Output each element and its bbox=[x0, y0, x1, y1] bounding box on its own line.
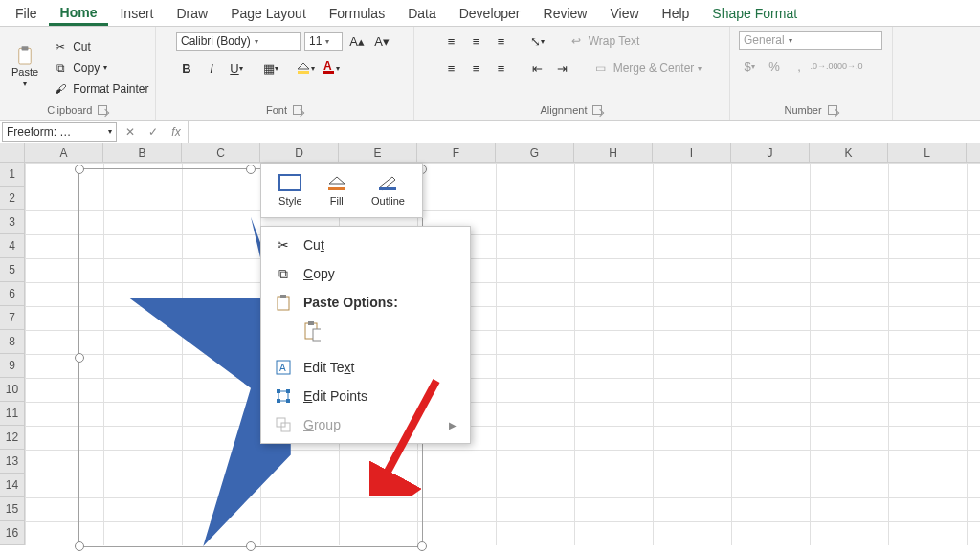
comma-format-button[interactable]: , bbox=[789, 55, 810, 77]
column-header[interactable]: H bbox=[574, 143, 653, 162]
tab-home[interactable]: Home bbox=[49, 1, 109, 26]
column-headers: A B C D E F G H I J K L bbox=[0, 143, 980, 163]
resize-handle-w[interactable] bbox=[75, 353, 84, 363]
row-header[interactable]: 4 bbox=[0, 234, 25, 258]
dialog-launcher-clipboard[interactable] bbox=[98, 105, 107, 115]
resize-handle-nw[interactable] bbox=[75, 165, 84, 174]
align-right-button[interactable]: ≡ bbox=[491, 57, 512, 78]
ctx-edit-text[interactable]: A Edit Text bbox=[261, 353, 470, 382]
ctx-cut[interactable]: ✂ Cut bbox=[261, 231, 470, 259]
font-color-button[interactable]: A▾ bbox=[320, 57, 341, 78]
ctx-group[interactable]: Group ▶ bbox=[261, 410, 470, 439]
decrease-decimal-button[interactable]: .00→.0 bbox=[838, 55, 859, 77]
tab-help[interactable]: Help bbox=[651, 2, 702, 25]
column-header[interactable]: C bbox=[182, 143, 260, 162]
merge-center-button[interactable]: ▭ Merge & Center ▾ bbox=[592, 59, 702, 77]
column-header[interactable]: D bbox=[260, 143, 339, 162]
resize-handle-sw[interactable] bbox=[75, 541, 84, 551]
row-header[interactable]: 14 bbox=[0, 474, 25, 497]
orientation-button[interactable]: ⤡▾ bbox=[527, 31, 548, 52]
row-header[interactable]: 12 bbox=[0, 426, 25, 450]
percent-format-button[interactable]: % bbox=[764, 55, 785, 77]
enter-formula-button[interactable]: ✓ bbox=[142, 125, 165, 139]
decrease-indent-button[interactable]: ⇤ bbox=[527, 57, 548, 78]
increase-font-size-button[interactable]: A▴ bbox=[346, 31, 368, 52]
column-header[interactable]: G bbox=[496, 143, 574, 162]
column-header[interactable]: A bbox=[25, 143, 103, 162]
bold-button[interactable]: B bbox=[176, 57, 197, 78]
fx-icon: fx bbox=[171, 125, 180, 139]
tab-data[interactable]: Data bbox=[396, 2, 448, 25]
paste-button[interactable]: Paste ▾ bbox=[6, 45, 44, 90]
number-format-combo[interactable]: General▾ bbox=[739, 31, 882, 50]
align-bottom-button[interactable]: ≡ bbox=[491, 31, 512, 52]
row-header[interactable]: 11 bbox=[0, 402, 25, 426]
column-header[interactable]: J bbox=[731, 143, 810, 162]
row-header[interactable]: 10 bbox=[0, 378, 25, 402]
row-header[interactable]: 15 bbox=[0, 497, 25, 521]
wrap-text-button[interactable]: ↩ Wrap Text bbox=[568, 33, 640, 50]
align-center-button[interactable]: ≡ bbox=[466, 57, 487, 78]
dialog-launcher-number[interactable] bbox=[828, 105, 837, 115]
decrease-font-size-button[interactable]: A▾ bbox=[371, 31, 392, 52]
shape-fill-button[interactable]: Fill bbox=[325, 174, 348, 207]
font-size-combo[interactable]: 11▾ bbox=[304, 32, 343, 51]
borders-button[interactable]: ▦▾ bbox=[260, 57, 281, 78]
tab-shape-format[interactable]: Shape Format bbox=[701, 2, 809, 25]
column-header[interactable]: E bbox=[339, 143, 417, 162]
underline-button[interactable]: U▾ bbox=[226, 57, 247, 78]
tab-page-layout[interactable]: Page Layout bbox=[219, 2, 318, 25]
ctx-edit-points[interactable]: Edit Points bbox=[261, 382, 470, 410]
row-header[interactable]: 9 bbox=[0, 354, 25, 378]
tab-draw[interactable]: Draw bbox=[165, 2, 219, 25]
fill-color-button[interactable]: ▾ bbox=[295, 57, 316, 78]
tab-developer[interactable]: Developer bbox=[448, 2, 532, 25]
ctx-copy[interactable]: ⧉ Copy bbox=[261, 259, 470, 288]
row-header[interactable]: 16 bbox=[0, 521, 25, 545]
tab-view[interactable]: View bbox=[598, 2, 650, 25]
group-number: General▾ $▾ % , .0→.00 .00→.0 Number bbox=[730, 27, 893, 120]
copy-button[interactable]: ⧉ Copy ▾ bbox=[52, 59, 148, 77]
resize-handle-se[interactable] bbox=[417, 541, 427, 551]
resize-handle-s[interactable] bbox=[246, 541, 256, 551]
row-header[interactable]: 2 bbox=[0, 187, 25, 210]
italic-button[interactable]: I bbox=[201, 57, 222, 78]
row-header[interactable]: 7 bbox=[0, 306, 25, 330]
increase-indent-button[interactable]: ⇥ bbox=[552, 57, 573, 78]
font-name-combo[interactable]: Calibri (Body)▾ bbox=[176, 32, 301, 51]
column-header[interactable]: L bbox=[888, 143, 967, 162]
dialog-launcher-font[interactable] bbox=[293, 105, 302, 115]
row-header[interactable]: 5 bbox=[0, 258, 25, 282]
column-header[interactable]: F bbox=[417, 143, 496, 162]
align-left-button[interactable]: ≡ bbox=[441, 57, 462, 78]
shape-outline-button[interactable]: Outline bbox=[371, 174, 405, 207]
cut-button[interactable]: ✂ Cut bbox=[52, 38, 148, 55]
align-middle-button[interactable]: ≡ bbox=[466, 31, 487, 52]
accounting-format-button[interactable]: $▾ bbox=[739, 55, 760, 77]
select-all-corner[interactable] bbox=[0, 143, 25, 162]
resize-handle-n[interactable] bbox=[246, 165, 256, 174]
dialog-launcher-alignment[interactable] bbox=[592, 105, 602, 115]
tab-formulas[interactable]: Formulas bbox=[318, 2, 396, 25]
row-header[interactable]: 8 bbox=[0, 330, 25, 354]
name-box[interactable]: Freeform: … ▾ bbox=[2, 122, 117, 142]
ctx-paste-option-default[interactable] bbox=[261, 317, 470, 345]
shape-style-button[interactable]: Style bbox=[278, 174, 301, 207]
increase-decimal-button[interactable]: .0→.00 bbox=[813, 55, 835, 77]
row-header[interactable]: 3 bbox=[0, 210, 25, 234]
insert-function-button[interactable]: fx bbox=[165, 125, 188, 139]
row-header[interactable]: 6 bbox=[0, 282, 25, 306]
column-header[interactable]: B bbox=[103, 143, 182, 162]
row-header[interactable]: 13 bbox=[0, 450, 25, 474]
format-painter-button[interactable]: 🖌 Format Painter bbox=[52, 80, 148, 98]
tab-file[interactable]: File bbox=[4, 2, 49, 25]
cancel-formula-button[interactable]: ✕ bbox=[119, 125, 142, 139]
column-header[interactable]: I bbox=[653, 143, 731, 162]
tab-review[interactable]: Review bbox=[532, 2, 599, 25]
align-top-button[interactable]: ≡ bbox=[441, 31, 462, 52]
formula-input[interactable] bbox=[188, 121, 980, 143]
row-header[interactable]: 1 bbox=[0, 163, 25, 187]
tab-insert[interactable]: Insert bbox=[108, 2, 165, 25]
cell-area[interactable]: Style Fill Outline ✂ Cut ⧉ bbox=[25, 163, 980, 545]
column-header[interactable]: K bbox=[810, 143, 888, 162]
